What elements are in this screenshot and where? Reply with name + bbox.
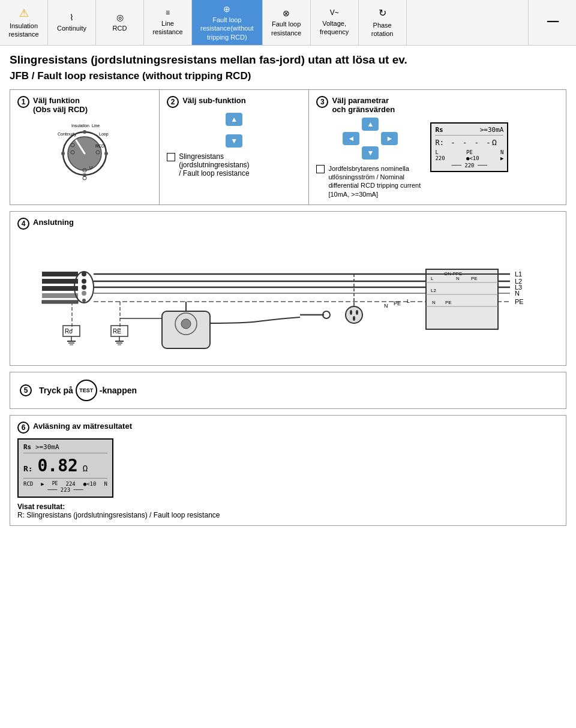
subfunc-label: Slingresistans (jordslutningresistans) /… — [179, 152, 249, 178]
step-1-col: 1 Välj funktion (Obs välj RCD) Insulatio… — [10, 90, 160, 204]
arrow-down[interactable]: ▼ — [226, 134, 242, 148]
display-pe: PE — [466, 149, 473, 155]
svg-text:Loop: Loop — [99, 132, 109, 137]
svg-point-60 — [356, 310, 358, 315]
test-btn-label: TEST — [79, 387, 93, 393]
svg-text:PE: PE — [394, 300, 401, 306]
svg-text:PE: PE — [471, 276, 478, 281]
result-r-value: 0.82 — [37, 456, 77, 476]
svg-point-27 — [82, 291, 86, 296]
display-rs-row: Rs >=30mA — [435, 126, 503, 136]
display-r-dashes: - - - -Ω — [451, 138, 498, 147]
svg-point-10 — [61, 152, 65, 155]
step-3-label: Välj parametrar och gränsvärden — [332, 96, 395, 114]
step-4-label: Anslutning — [33, 218, 74, 227]
param-checkbox[interactable] — [316, 165, 325, 173]
svg-text:N: N — [432, 300, 436, 305]
result-v1: 224 — [65, 481, 75, 487]
test-button[interactable]: TEST — [76, 380, 97, 401]
result-lt10: ●<10 — [83, 481, 97, 487]
wiring-diagram-svg: L1 L2 L3 N PE Ro RE — [17, 234, 559, 354]
step-2-label: Välj sub-funktion — [182, 96, 245, 105]
svg-text:U: U — [89, 166, 92, 170]
nav-insulation-label: Insulation resistance — [8, 22, 38, 39]
step-3-left: ▲ ◄ ► ▼ Jordfelsbrytarens nominella utlö… — [316, 118, 424, 198]
step-6-label: Avläsning av mätresultatet — [33, 422, 132, 431]
nav-insulation[interactable]: ⚠ Insulation resistance — [0, 0, 48, 45]
display-threshold: >=30mA — [480, 126, 504, 134]
line-icon: ≡ — [166, 8, 170, 18]
svg-point-26 — [82, 285, 86, 290]
nav-rcd-label: RCD — [113, 24, 127, 32]
svg-text:RCD: RCD — [95, 144, 104, 148]
step-6-box: 6 Avläsning av mätresultatet Rs >=30mA R… — [10, 415, 566, 526]
result-bottom-row: RCD ▶ PE 224 ●<10 N — [23, 481, 107, 487]
svg-point-55 — [181, 319, 191, 329]
nav-rcd[interactable]: ◎ RCD — [96, 0, 144, 45]
step-2-col: 2 Välj sub-funktion ▲ ▼ Slingresistans (… — [160, 90, 309, 204]
nav-fault-loop-r[interactable]: ⊗ Fault loop resistance — [263, 0, 311, 45]
result-rcd: RCD — [23, 481, 33, 487]
arrow-up[interactable]: ▲ — [226, 113, 242, 126]
nav-phase[interactable]: ↻ Phase rotation — [359, 0, 407, 45]
arrow-down-3[interactable]: ▼ — [362, 146, 379, 160]
step-5-number: 5 — [20, 384, 32, 396]
nav-phase-label: Phase rotation — [371, 21, 394, 38]
step-1-label: Välj funktion (Obs välj RCD) — [33, 96, 88, 114]
svg-text:L1: L1 — [515, 270, 522, 278]
nav-continuity-label: Continuity — [57, 24, 86, 32]
step-2-header: 2 Välj sub-funktion — [167, 96, 301, 108]
phase-icon: ↻ — [379, 7, 386, 20]
visat-label: Visat resultat: — [17, 503, 559, 511]
step-4-number: 4 — [17, 218, 29, 230]
nav-fault-loop-label: Fault loop resistance(without tripping R… — [200, 16, 254, 41]
warning-icon: ⚠ — [19, 7, 29, 20]
step-4-header: 4 Anslutning — [17, 218, 559, 230]
result-pe: PE — [52, 481, 58, 487]
param-label: Jordfelsbrytarens nominella utlösningsst… — [328, 164, 424, 198]
result-arrow: ▶ — [41, 481, 44, 487]
rotary-dial: Insulation Line Continuity Loop — [55, 119, 115, 185]
display-bottom: L PE N — [435, 149, 503, 155]
steps-123-container: 1 Välj funktion (Obs välj RCD) Insulatio… — [10, 89, 566, 205]
result-n: N — [104, 481, 107, 487]
svg-text:PE: PE — [445, 300, 452, 305]
nav-continuity[interactable]: ⌇ Continuity — [48, 0, 96, 45]
step-3-col: 3 Välj parametrar och gränsvärden ▲ ◄ ► … — [309, 90, 566, 204]
nav-fault-loop-r-label: Fault loop resistance — [271, 20, 301, 37]
arrow-up-3[interactable]: ▲ — [362, 118, 379, 131]
result-display: Rs >=30mA R: 0.82 Ω RCD ▶ PE 224 ●<10 N … — [17, 438, 113, 498]
step-3-display: Rs >=30mA R: - - - -Ω L PE N 220 ●<10 — [430, 122, 508, 172]
main-content: Slingresistans (jordslutningsresistans m… — [0, 46, 576, 539]
nav-cable[interactable]: ━━━ — [528, 0, 576, 45]
display-voltage-row: 220 ●<10 ▶ — [435, 155, 503, 161]
svg-text:N: N — [384, 303, 388, 309]
arrow-right-3[interactable]: ► — [381, 132, 398, 145]
visat-description: R: Slingresistans (jordslutningsresistan… — [17, 511, 559, 519]
display-arrow: ▶ — [500, 155, 503, 161]
display-v2: ─── 220 ─── — [435, 163, 503, 169]
step-2-number: 2 — [167, 96, 179, 108]
svg-rect-20 — [42, 286, 78, 291]
svg-rect-21 — [42, 293, 78, 298]
nav-voltage[interactable]: V~ Voltage, frequency — [311, 0, 359, 45]
svg-text:PE: PE — [515, 298, 524, 305]
svg-text:N: N — [456, 276, 460, 281]
svg-point-25 — [82, 279, 86, 284]
arrow-left-3[interactable]: ◄ — [343, 132, 359, 145]
step-3-header: 3 Välj parametrar och gränsvärden — [316, 96, 559, 114]
svg-text:L2: L2 — [431, 288, 436, 293]
nav-line[interactable]: ≡ Line resistance — [144, 0, 192, 45]
nav-fault-loop[interactable]: ⊕ Fault loop resistance(without tripping… — [192, 0, 263, 45]
svg-text:Insulation: Insulation — [71, 124, 89, 128]
subfunc-checkbox[interactable] — [167, 153, 175, 161]
dial-container: Insulation Line Continuity Loop — [17, 119, 152, 185]
svg-text:L: L — [407, 298, 410, 304]
step-2-arrows: ▲ ▼ — [167, 113, 301, 148]
display-rs-label: Rs — [435, 126, 443, 134]
rcd-icon: ◎ — [116, 12, 124, 23]
display-n: N — [500, 149, 503, 155]
result-threshold: >=30mA — [35, 443, 59, 451]
cable-icon: ━━━ — [547, 17, 558, 27]
param-checkbox-item: Jordfelsbrytarens nominella utlösningsst… — [316, 164, 424, 198]
